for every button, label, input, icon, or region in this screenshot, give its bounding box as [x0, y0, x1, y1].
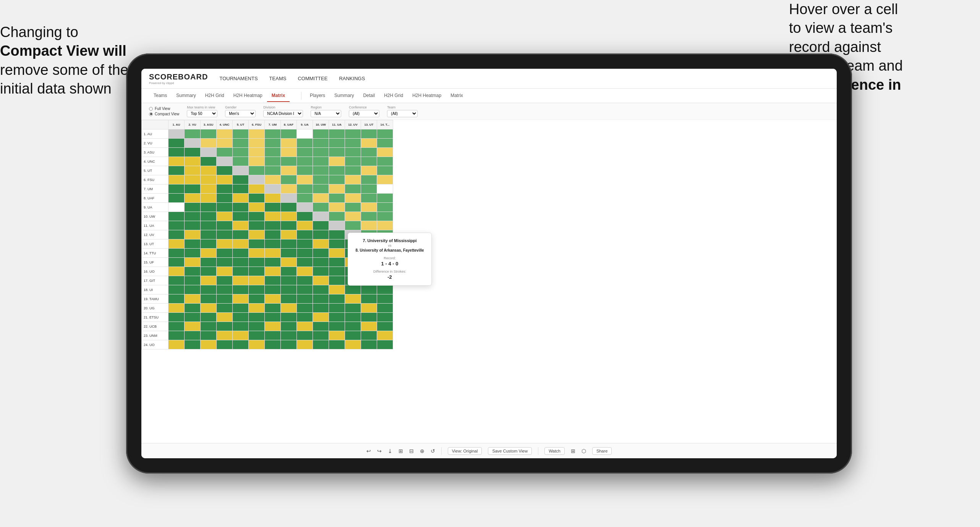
matrix-cell-6-14[interactable] — [377, 175, 393, 184]
matrix-cell-9-14[interactable] — [377, 203, 393, 212]
matrix-cell-22-13[interactable] — [361, 322, 377, 331]
matrix-cell-24-7[interactable] — [265, 340, 281, 349]
matrix-cell-20-3[interactable] — [201, 304, 217, 313]
matrix-cell-19-8[interactable] — [281, 294, 297, 304]
matrix-cell-21-6[interactable] — [249, 313, 265, 322]
matrix-cell-8-14[interactable] — [377, 194, 393, 203]
matrix-cell-11-6[interactable] — [249, 221, 265, 230]
matrix-cell-7-3[interactable] — [201, 184, 217, 194]
matrix-cell-12-5[interactable] — [233, 230, 249, 239]
matrix-cell-12-6[interactable] — [249, 230, 265, 239]
matrix-cell-18-13[interactable] — [361, 285, 377, 294]
matrix-cell-6-2[interactable] — [185, 175, 201, 184]
matrix-cell-9-11[interactable] — [329, 203, 345, 212]
matrix-cell-14-8[interactable] — [281, 249, 297, 258]
matrix-cell-24-14[interactable] — [377, 340, 393, 349]
matrix-cell-5-10[interactable] — [313, 166, 329, 175]
matrix-cell-3-13[interactable] — [361, 148, 377, 157]
matrix-cell-22-12[interactable] — [345, 322, 361, 331]
filter-conference-select[interactable]: (All) — [349, 110, 379, 117]
matrix-cell-16-9[interactable] — [297, 267, 313, 276]
matrix-cell-5-9[interactable] — [297, 166, 313, 175]
matrix-cell-6-12[interactable] — [345, 175, 361, 184]
matrix-cell-3-3[interactable] — [201, 148, 217, 157]
matrix-cell-9-2[interactable] — [185, 203, 201, 212]
matrix-cell-21-3[interactable] — [201, 313, 217, 322]
matrix-cell-13-9[interactable] — [297, 239, 313, 249]
matrix-cell-23-14[interactable] — [377, 331, 393, 340]
matrix-cell-1-8[interactable] — [281, 129, 297, 139]
matrix-cell-24-2[interactable] — [185, 340, 201, 349]
matrix-cell-16-1[interactable] — [168, 267, 185, 276]
matrix-cell-23-10[interactable] — [313, 331, 329, 340]
matrix-cell-21-12[interactable] — [345, 313, 361, 322]
matrix-cell-5-6[interactable] — [249, 166, 265, 175]
matrix-cell-3-12[interactable] — [345, 148, 361, 157]
matrix-cell-10-7[interactable] — [265, 212, 281, 221]
matrix-cell-1-14[interactable] — [377, 129, 393, 139]
tab-h2h-grid[interactable]: H2H Grid — [201, 90, 229, 102]
tool5-icon[interactable]: ↺ — [431, 448, 435, 454]
matrix-cell-21-1[interactable] — [168, 313, 185, 322]
matrix-cell-3-8[interactable] — [281, 148, 297, 157]
matrix-cell-8-4[interactable] — [217, 194, 233, 203]
matrix-cell-12-10[interactable] — [313, 230, 329, 239]
matrix-cell-16-3[interactable] — [201, 267, 217, 276]
matrix-cell-22-11[interactable] — [329, 322, 345, 331]
matrix-cell-5-3[interactable] — [201, 166, 217, 175]
matrix-cell-23-7[interactable] — [265, 331, 281, 340]
matrix-cell-5-1[interactable] — [168, 166, 185, 175]
matrix-cell-15-4[interactable] — [217, 258, 233, 267]
tab-summary[interactable]: Summary — [172, 90, 200, 102]
matrix-cell-7-14[interactable] — [377, 184, 393, 194]
matrix-cell-7-6[interactable] — [249, 184, 265, 194]
matrix-cell-8-3[interactable] — [201, 194, 217, 203]
matrix-cell-23-5[interactable] — [233, 331, 249, 340]
matrix-cell-23-11[interactable] — [329, 331, 345, 340]
matrix-cell-9-3[interactable] — [201, 203, 217, 212]
matrix-cell-22-6[interactable] — [249, 322, 265, 331]
matrix-cell-22-1[interactable] — [168, 322, 185, 331]
matrix-cell-10-4[interactable] — [217, 212, 233, 221]
matrix-cell-8-9[interactable] — [297, 194, 313, 203]
matrix-cell-23-9[interactable] — [297, 331, 313, 340]
matrix-cell-14-11[interactable] — [329, 249, 345, 258]
matrix-cell-19-1[interactable] — [168, 294, 185, 304]
matrix-cell-8-8[interactable] — [281, 194, 297, 203]
matrix-cell-2-5[interactable] — [233, 139, 249, 148]
matrix-cell-8-11[interactable] — [329, 194, 345, 203]
matrix-cell-18-14[interactable] — [377, 285, 393, 294]
matrix-cell-6-6[interactable] — [249, 175, 265, 184]
matrix-cell-15-9[interactable] — [297, 258, 313, 267]
matrix-cell-20-6[interactable] — [249, 304, 265, 313]
matrix-cell-10-9[interactable] — [297, 212, 313, 221]
matrix-cell-1-1[interactable] — [168, 129, 185, 139]
matrix-cell-13-11[interactable] — [329, 239, 345, 249]
matrix-cell-2-10[interactable] — [313, 139, 329, 148]
matrix-cell-2-9[interactable] — [297, 139, 313, 148]
matrix-cell-11-9[interactable] — [297, 221, 313, 230]
matrix-cell-4-5[interactable] — [233, 157, 249, 166]
redo-icon[interactable]: ↪ — [377, 448, 382, 454]
matrix-cell-21-11[interactable] — [329, 313, 345, 322]
matrix-cell-15-5[interactable] — [233, 258, 249, 267]
matrix-cell-16-10[interactable] — [313, 267, 329, 276]
matrix-cell-9-9[interactable] — [297, 203, 313, 212]
matrix-cell-1-10[interactable] — [313, 129, 329, 139]
matrix-cell-19-5[interactable] — [233, 294, 249, 304]
matrix-cell-12-7[interactable] — [265, 230, 281, 239]
matrix-cell-24-8[interactable] — [281, 340, 297, 349]
matrix-cell-8-7[interactable] — [265, 194, 281, 203]
matrix-cell-1-4[interactable] — [217, 129, 233, 139]
matrix-cell-1-2[interactable] — [185, 129, 201, 139]
matrix-cell-12-3[interactable] — [201, 230, 217, 239]
matrix-cell-1-7[interactable] — [265, 129, 281, 139]
matrix-cell-9-8[interactable] — [281, 203, 297, 212]
radio-compact-view[interactable]: Compact View — [149, 112, 179, 116]
matrix-cell-8-5[interactable] — [233, 194, 249, 203]
matrix-cell-16-7[interactable] — [265, 267, 281, 276]
matrix-cell-13-4[interactable] — [217, 239, 233, 249]
matrix-cell-7-2[interactable] — [185, 184, 201, 194]
matrix-cell-11-3[interactable] — [201, 221, 217, 230]
matrix-cell-5-12[interactable] — [345, 166, 361, 175]
